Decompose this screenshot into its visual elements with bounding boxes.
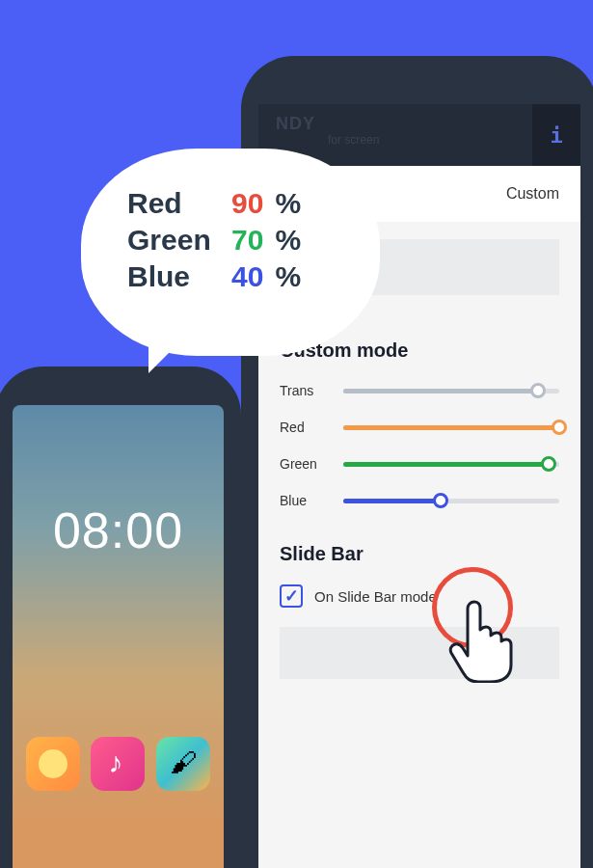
- music-app-icon[interactable]: [91, 737, 145, 791]
- pct: %: [275, 187, 301, 220]
- app-subtitle: for screen: [328, 133, 379, 147]
- slider-thumb[interactable]: [541, 456, 556, 472]
- slider-fill: [343, 462, 549, 467]
- bubble-blue-value: 40: [231, 260, 263, 293]
- slider-fill: [343, 389, 538, 393]
- clock-time: 08:00: [13, 502, 224, 559]
- bubble-blue-label: Blue: [127, 260, 220, 293]
- slider-blue[interactable]: Blue: [280, 493, 559, 508]
- slider-trans-label: Trans: [280, 383, 343, 398]
- pct: %: [275, 224, 301, 257]
- slider-red-label: Red: [280, 420, 343, 435]
- phone-left-screen: 08:00: [13, 405, 224, 868]
- bubble-green-row: Green 70%: [127, 224, 334, 257]
- pointer-hand-icon: [447, 596, 515, 673]
- app-brand: NDY: [276, 114, 315, 134]
- slider-green[interactable]: Green: [280, 456, 559, 472]
- slide-bar-checkbox[interactable]: ✓: [280, 584, 303, 608]
- bubble-blue-row: Blue 40%: [127, 260, 334, 293]
- slider-blue-label: Blue: [280, 493, 343, 508]
- pct: %: [275, 260, 301, 293]
- info-icon: i: [550, 123, 562, 148]
- bubble-green-value: 70: [231, 224, 263, 257]
- speech-bubble: Red 90% Green 70% Blue 40%: [81, 149, 380, 356]
- bubble-green-label: Green: [127, 224, 220, 257]
- info-button[interactable]: i: [532, 104, 580, 166]
- slider-green-label: Green: [280, 456, 343, 472]
- slide-bar-block: [280, 627, 559, 679]
- tab-custom[interactable]: Custom: [506, 185, 559, 203]
- bubble-red-row: Red 90%: [127, 187, 334, 220]
- weather-app-icon[interactable]: [26, 737, 80, 791]
- app-row: [13, 737, 224, 791]
- slider-trans[interactable]: Trans: [280, 383, 559, 398]
- slider-fill: [343, 499, 441, 503]
- sliders-panel: Trans Red Green: [280, 383, 559, 508]
- slider-red[interactable]: Red: [280, 420, 559, 435]
- checkmark-icon: ✓: [284, 585, 299, 607]
- slider-thumb[interactable]: [552, 420, 567, 435]
- bubble-red-value: 90: [231, 187, 263, 220]
- phone-left: 08:00: [0, 366, 241, 868]
- bubble-red-label: Red: [127, 187, 220, 220]
- slider-track[interactable]: [343, 499, 559, 503]
- slide-bar-title: Slide Bar: [280, 543, 559, 565]
- slider-track[interactable]: [343, 425, 559, 430]
- slider-thumb[interactable]: [433, 493, 448, 508]
- slide-bar-checkbox-row[interactable]: ✓ On Slide Bar mode: [280, 584, 559, 608]
- theme-app-icon[interactable]: [156, 737, 210, 791]
- slide-bar-checkbox-label: On Slide Bar mode: [314, 588, 437, 605]
- slider-track[interactable]: [343, 462, 559, 467]
- slider-thumb[interactable]: [530, 383, 546, 398]
- slider-fill: [343, 425, 559, 430]
- slider-track[interactable]: [343, 389, 559, 393]
